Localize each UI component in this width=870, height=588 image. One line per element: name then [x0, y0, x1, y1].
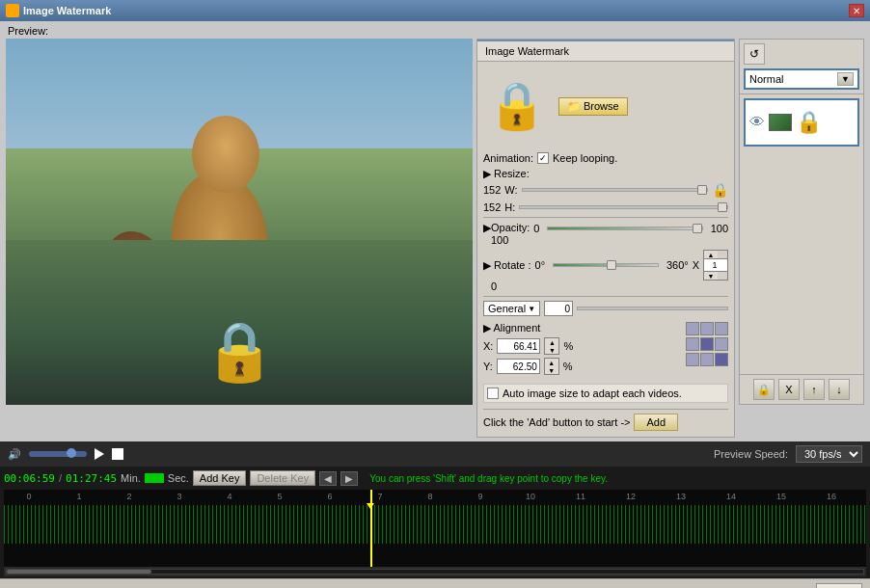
- keep-looping-checkbox[interactable]: [537, 152, 549, 164]
- general-value[interactable]: [544, 301, 573, 316]
- y-down[interactable]: ▼: [545, 366, 558, 374]
- align-ml[interactable]: [686, 337, 699, 351]
- play-button[interactable]: [95, 448, 104, 460]
- timeline-controls: 00:06:59 / 01:27:45 Min. Sec. Add Key De…: [4, 468, 866, 488]
- height-slider[interactable]: [519, 205, 728, 209]
- add-key-button[interactable]: Add Key: [193, 470, 247, 486]
- x-up[interactable]: ▲: [545, 338, 558, 346]
- delete-key-button[interactable]: Delete Key: [250, 470, 315, 486]
- general-row: General ▼: [483, 301, 728, 316]
- ok-button[interactable]: Ok: [816, 583, 862, 588]
- rotate-up[interactable]: ▲: [704, 251, 718, 258]
- click-add-row: Click the 'Add' button to start -> Add: [483, 409, 728, 431]
- refresh-button[interactable]: ↺: [744, 43, 765, 65]
- timeline-ruler[interactable]: 0 1 2 3 4 5 6 7 8 9 10 11 12 13 14 15 16…: [4, 490, 866, 567]
- rotate-down[interactable]: ▼: [704, 272, 718, 280]
- align-mr[interactable]: [715, 337, 728, 351]
- min-label: Min.: [121, 472, 141, 484]
- x-control-button[interactable]: X: [778, 379, 800, 400]
- window-title: Image Watermark: [23, 5, 111, 16]
- layer-eye-icon[interactable]: 👁: [749, 114, 765, 131]
- alignment-label: ▶ Alignment: [483, 322, 680, 334]
- total-time: 01:27:45: [66, 472, 117, 485]
- padlock-thumbnail: 🔒: [483, 67, 551, 145]
- x-position-row: X: ▲ ▼ %: [483, 337, 680, 355]
- layer-image-icon: [769, 114, 792, 131]
- general-slider[interactable]: [577, 307, 728, 310]
- width-slider[interactable]: [522, 188, 708, 192]
- auto-image-checkbox[interactable]: [487, 388, 499, 399]
- x-down[interactable]: ▼: [545, 346, 558, 354]
- up-control-button[interactable]: ↑: [803, 379, 825, 400]
- alignment-section: ▶ Alignment X: ▲ ▼ %: [483, 322, 728, 378]
- align-bl[interactable]: [686, 353, 699, 366]
- mode-dropdown-arrow[interactable]: ▼: [837, 72, 854, 86]
- down-control-button[interactable]: ↓: [829, 379, 850, 400]
- align-br[interactable]: [715, 353, 728, 366]
- auto-image-row: Auto image size to adapt each videos.: [483, 384, 728, 403]
- timeline-area: 00:06:59 / 01:27:45 Min. Sec. Add Key De…: [0, 467, 870, 578]
- settings-panel: Image Watermark 🔒 📁 Browse Animation:: [476, 39, 735, 438]
- browse-button[interactable]: 📁 Browse: [558, 97, 628, 116]
- speed-select[interactable]: 30 fps/s: [796, 445, 862, 463]
- align-tl[interactable]: [686, 322, 699, 335]
- align-bc[interactable]: [700, 353, 714, 366]
- sidebar-top: ↺ Normal ▼: [740, 40, 863, 94]
- preview-label: Preview:: [0, 21, 870, 39]
- general-select[interactable]: General ▼: [483, 301, 540, 316]
- preview-speed-label: Preview Speed:: [714, 448, 788, 460]
- rotate-slider[interactable]: [553, 263, 659, 267]
- next-key-button[interactable]: ▶: [340, 471, 358, 486]
- close-button[interactable]: ✕: [849, 4, 864, 17]
- layer-preview[interactable]: 👁 🔒: [744, 98, 859, 147]
- video-controls-bar: 🔊 Preview Speed: 30 fps/s: [0, 441, 870, 467]
- align-mc[interactable]: [700, 337, 714, 351]
- mode-label: Normal: [749, 73, 835, 85]
- bottom-bar: Ok: [0, 578, 870, 588]
- settings-tab[interactable]: Image Watermark: [477, 40, 734, 62]
- y-position-row: Y: ▲ ▼ %: [483, 358, 680, 375]
- timeline-track-dots: [4, 505, 866, 544]
- browse-folder-icon: 📁: [567, 100, 581, 113]
- mode-dropdown[interactable]: Normal ▼: [744, 68, 859, 90]
- min-indicator: [145, 473, 164, 483]
- settings-body: 🔒 📁 Browse Animation: Keep looping.: [477, 62, 734, 437]
- timeline-scrollbar[interactable]: [4, 567, 866, 576]
- align-tc[interactable]: [700, 322, 714, 335]
- opacity-section: ▶Opacity: 0 100 100: [483, 222, 728, 246]
- y-up[interactable]: ▲: [545, 359, 558, 366]
- add-button[interactable]: Add: [634, 414, 678, 431]
- divider-1: [483, 217, 728, 218]
- opacity-slider[interactable]: [547, 227, 702, 230]
- y-spinbox[interactable]: ▲ ▼: [544, 358, 559, 375]
- sidebar-bottom-controls: 🔒 X ↑ ↓: [740, 374, 863, 404]
- prev-key-button[interactable]: ◀: [319, 471, 337, 486]
- general-dropdown-arrow[interactable]: ▼: [528, 305, 535, 313]
- x-spinbox[interactable]: ▲ ▼: [544, 337, 559, 355]
- volume-slider[interactable]: [29, 451, 87, 457]
- lock-control-button[interactable]: 🔒: [753, 379, 775, 400]
- x-position-input[interactable]: [497, 338, 540, 354]
- resize-section: ▶ Resize: 152 W: 🔒 152 H:: [483, 168, 728, 213]
- sec-label: Sec.: [168, 472, 189, 484]
- timeline-hint: You can press 'Shift' and drag key point…: [369, 473, 608, 484]
- right-sidebar: ↺ Normal ▼ 👁 🔒 🔒 X ↑ ↓: [739, 39, 864, 405]
- stop-button[interactable]: [112, 448, 123, 460]
- title-bar: Image Watermark ✕: [0, 0, 870, 21]
- align-tr[interactable]: [715, 322, 728, 335]
- scroll-track[interactable]: [6, 569, 864, 575]
- watermark-padlock: 🔒: [204, 317, 276, 386]
- ruler-numbers: 0 1 2 3 4 5 6 7 8 9 10 11 12 13 14 15 16…: [4, 492, 866, 501]
- rotate-spinbox[interactable]: ▲ ▼: [703, 250, 728, 281]
- scroll-thumb[interactable]: [7, 570, 151, 574]
- volume-icon: 🔊: [8, 448, 21, 461]
- lock-aspect-icon[interactable]: 🔒: [712, 182, 728, 198]
- playhead-arrow: [367, 503, 374, 509]
- browse-row: 🔒 📁 Browse: [483, 67, 728, 145]
- rotate-value[interactable]: [704, 258, 727, 272]
- alignment-grid-mid: [686, 337, 728, 351]
- playhead[interactable]: [370, 490, 372, 567]
- resize-width-row: 152 W: 🔒: [483, 182, 728, 198]
- layer-lock-icon: 🔒: [796, 110, 822, 135]
- y-position-input[interactable]: [497, 359, 540, 374]
